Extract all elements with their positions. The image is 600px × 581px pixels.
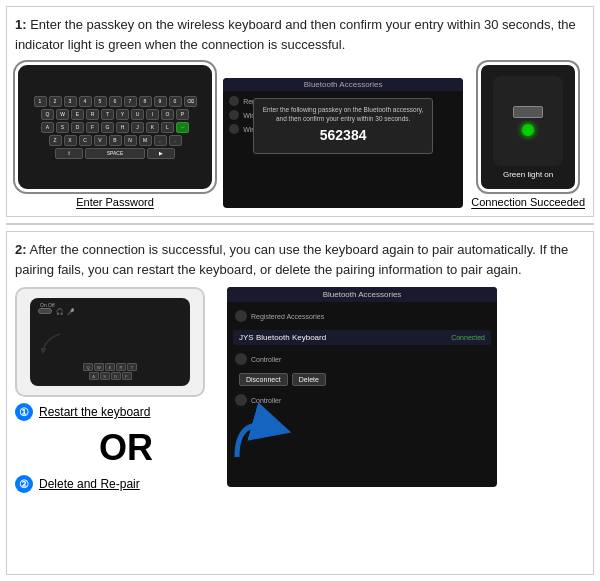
tv-image-block: Bluetooth Accessories Registered Accesso… bbox=[223, 78, 463, 208]
key-del: ⌫ bbox=[184, 96, 197, 107]
power-switch bbox=[38, 308, 52, 314]
page: 1: Enter the passkey on the wireless key… bbox=[0, 0, 600, 581]
key-shift-left: ⇧ bbox=[55, 148, 83, 159]
key-8: 8 bbox=[139, 96, 152, 107]
key-z: Z bbox=[49, 135, 62, 146]
left-caption: Enter Password bbox=[76, 196, 154, 208]
tv2-buttons: Disconnect Delete bbox=[233, 371, 491, 388]
green-light-image: Green light on bbox=[478, 62, 578, 192]
mini-key: S bbox=[100, 372, 110, 380]
key-g: G bbox=[101, 122, 114, 133]
or-text: OR bbox=[15, 427, 215, 469]
tv2-menu-icon-2 bbox=[235, 353, 247, 365]
tv2-menu-item-1: Registered Accessories bbox=[233, 308, 491, 324]
passkey-code: 562384 bbox=[260, 127, 426, 143]
section2-header: 2: After the connection is successful, y… bbox=[15, 240, 585, 279]
tv-menu-icon-3 bbox=[229, 124, 239, 134]
keyboard-keys: 1 2 3 4 5 6 7 8 9 0 ⌫ bbox=[34, 96, 197, 159]
section2-images: On Off 🎧 🎤 Q W E bbox=[15, 287, 585, 493]
tv2-delete-btn[interactable]: Delete bbox=[292, 373, 326, 386]
key-v: V bbox=[94, 135, 107, 146]
tv2-controller-row: Controller bbox=[233, 351, 491, 367]
keyboard-image: 1 2 3 4 5 6 7 8 9 0 ⌫ bbox=[15, 62, 215, 192]
section1-header: 1: Enter the passkey on the wireless key… bbox=[15, 15, 585, 54]
section1-images: 1 2 3 4 5 6 7 8 9 0 ⌫ bbox=[15, 62, 585, 208]
step2-description: After the connection is successful, you … bbox=[15, 242, 568, 277]
key-s: S bbox=[56, 122, 69, 133]
section2: 2: After the connection is successful, y… bbox=[6, 231, 594, 575]
key-w: W bbox=[56, 109, 69, 120]
mini-key: R bbox=[116, 363, 126, 371]
key-k: K bbox=[146, 122, 159, 133]
key-2: 2 bbox=[49, 96, 62, 107]
keyboard-side: On Off 🎧 🎤 Q W E bbox=[15, 287, 215, 493]
key-i: I bbox=[146, 109, 159, 120]
mini-key: F bbox=[122, 372, 132, 380]
key-d: D bbox=[71, 122, 84, 133]
tv-screen: Bluetooth Accessories Registered Accesso… bbox=[223, 78, 463, 208]
key-m: M bbox=[139, 135, 152, 146]
blue-arrow-icon bbox=[227, 387, 307, 467]
tv-screen2: Bluetooth Accessories Registered Accesso… bbox=[227, 287, 497, 487]
key-l: L bbox=[161, 122, 174, 133]
mini-key: Q bbox=[83, 363, 93, 371]
circled-1: ① bbox=[15, 403, 33, 421]
option1-text: Restart the keyboard bbox=[39, 405, 150, 419]
key-c: C bbox=[79, 135, 92, 146]
dialog-instructions: Enter the following passkey on the Bluet… bbox=[260, 105, 426, 123]
key-n: N bbox=[124, 135, 137, 146]
key-0: 0 bbox=[169, 96, 182, 107]
tv-topbar: Bluetooth Accessories bbox=[223, 78, 463, 91]
device-body bbox=[493, 76, 563, 166]
mic-icon: 🎤 bbox=[67, 308, 74, 315]
key-enter: ↵ bbox=[176, 122, 189, 133]
tv2-device-name: JYS Bluetooth Keyboard bbox=[239, 333, 326, 342]
tv2-disconnect-btn[interactable]: Disconnect bbox=[239, 373, 288, 386]
tv2-connected-badge: Connected bbox=[451, 334, 485, 341]
bluetooth-icon: 🎧 bbox=[56, 308, 63, 315]
green-led-icon bbox=[522, 124, 534, 136]
key-h: H bbox=[116, 122, 129, 133]
section-divider bbox=[6, 223, 594, 225]
key-y: Y bbox=[116, 109, 129, 120]
key-u: U bbox=[131, 109, 144, 120]
key-r: R bbox=[86, 109, 99, 120]
mini-key: E bbox=[105, 363, 115, 371]
tv-menu-icon-2 bbox=[229, 110, 239, 120]
key-e: E bbox=[71, 109, 84, 120]
mini-key: T bbox=[127, 363, 137, 371]
key-shift-right: ▶ bbox=[147, 148, 175, 159]
section1: 1: Enter the passkey on the wireless key… bbox=[6, 6, 594, 217]
step1-number: 1: bbox=[15, 17, 27, 32]
usb-port-icon bbox=[513, 106, 543, 118]
key-p: P bbox=[176, 109, 189, 120]
switch-row: 🎧 🎤 bbox=[38, 308, 74, 315]
keyboard-image-block: 1 2 3 4 5 6 7 8 9 0 ⌫ bbox=[15, 62, 215, 208]
option2-text: Delete and Re-pair bbox=[39, 477, 140, 491]
step1-description: Enter the passkey on the wireless keyboa… bbox=[15, 17, 576, 52]
key-4: 4 bbox=[79, 96, 92, 107]
key-9: 9 bbox=[154, 96, 167, 107]
key-j: J bbox=[131, 122, 144, 133]
key-a: A bbox=[41, 122, 54, 133]
step2-number: 2: bbox=[15, 242, 27, 257]
arrow-annotation-1 bbox=[35, 329, 65, 359]
key-comma: , bbox=[154, 135, 167, 146]
key-3: 3 bbox=[64, 96, 77, 107]
key-6: 6 bbox=[109, 96, 122, 107]
mini-key: D bbox=[111, 372, 121, 380]
tv2-topbar: Bluetooth Accessories bbox=[227, 287, 497, 302]
key-t: T bbox=[101, 109, 114, 120]
key-b: B bbox=[109, 135, 122, 146]
right-caption: Connection Succeeded bbox=[471, 196, 585, 208]
passkey-dialog: Enter the following passkey on the Bluet… bbox=[253, 98, 433, 154]
option1-item: ① Restart the keyboard bbox=[15, 403, 215, 421]
key-1: 1 bbox=[34, 96, 47, 107]
tv2-block: Bluetooth Accessories Registered Accesso… bbox=[227, 287, 585, 493]
tv-menu-icon-1 bbox=[229, 96, 239, 106]
key-f: F bbox=[86, 122, 99, 133]
mini-key: A bbox=[89, 372, 99, 380]
tv2-menu-icon-1 bbox=[235, 310, 247, 322]
key-7: 7 bbox=[124, 96, 137, 107]
key-dot: . bbox=[169, 135, 182, 146]
